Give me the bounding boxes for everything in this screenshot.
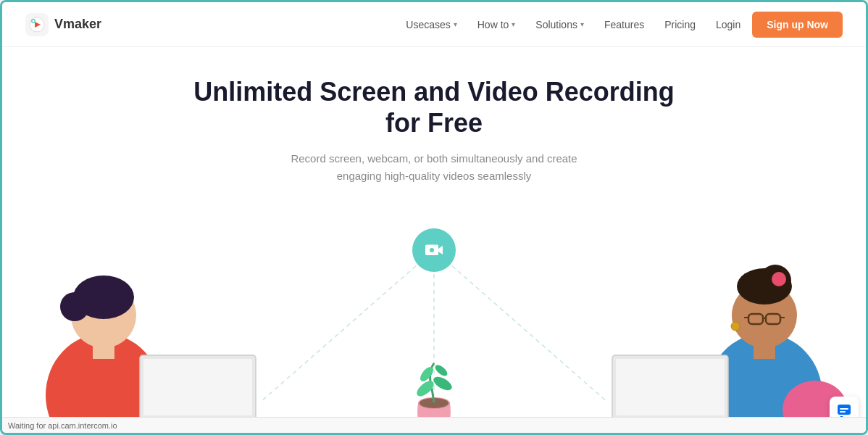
- camera-icon-circle: [412, 228, 456, 272]
- svg-point-27: [431, 374, 454, 393]
- camera-icon: [423, 239, 445, 261]
- svg-point-28: [418, 365, 436, 384]
- status-text: Waiting for api.cam.intercom.io: [8, 421, 117, 430]
- browser-frame: Vmaker Usecases ▾ How to ▾ Solutions ▾ F…: [0, 0, 868, 435]
- logo-area[interactable]: Vmaker: [25, 13, 101, 36]
- navbar: Vmaker Usecases ▾ How to ▾ Solutions ▾ F…: [2, 2, 866, 47]
- svg-point-41: [731, 322, 740, 331]
- svg-rect-19: [143, 359, 252, 415]
- svg-point-35: [772, 272, 786, 286]
- svg-rect-52: [840, 408, 848, 410]
- illustration-area: [2, 207, 866, 435]
- svg-point-29: [433, 363, 449, 378]
- svg-rect-48: [616, 359, 725, 415]
- nav-solutions[interactable]: Solutions ▾: [527, 13, 593, 36]
- hero-section: Unlimited Screen and Video Recording for…: [2, 47, 866, 185]
- nav-howto[interactable]: How to ▾: [469, 13, 525, 36]
- svg-rect-13: [93, 341, 114, 359]
- status-bar: Waiting for api.cam.intercom.io: [2, 417, 866, 433]
- chevron-down-icon: ▾: [580, 20, 584, 28]
- brand-name: Vmaker: [54, 17, 101, 32]
- chevron-down-icon: ▾: [454, 20, 457, 28]
- nav-features[interactable]: Features: [596, 13, 653, 36]
- nav-pricing[interactable]: Pricing: [656, 13, 704, 36]
- chevron-down-icon: ▾: [512, 20, 515, 28]
- svg-point-12: [60, 292, 89, 321]
- svg-point-4: [33, 20, 35, 22]
- svg-point-8: [430, 248, 434, 252]
- vmaker-logo-icon: [25, 13, 49, 36]
- nav-login[interactable]: Login: [707, 13, 749, 36]
- nav-usecases[interactable]: Usecases ▾: [397, 13, 465, 36]
- signup-button[interactable]: Sign up Now: [752, 12, 843, 38]
- nav-links: Usecases ▾ How to ▾ Solutions ▾ Features…: [397, 12, 843, 38]
- hero-title: Unlimited Screen and Video Recording for…: [180, 76, 688, 138]
- svg-rect-53: [840, 411, 846, 413]
- svg-rect-42: [754, 341, 775, 359]
- hero-subtitle: Record screen, webcam, or both simultane…: [289, 150, 579, 185]
